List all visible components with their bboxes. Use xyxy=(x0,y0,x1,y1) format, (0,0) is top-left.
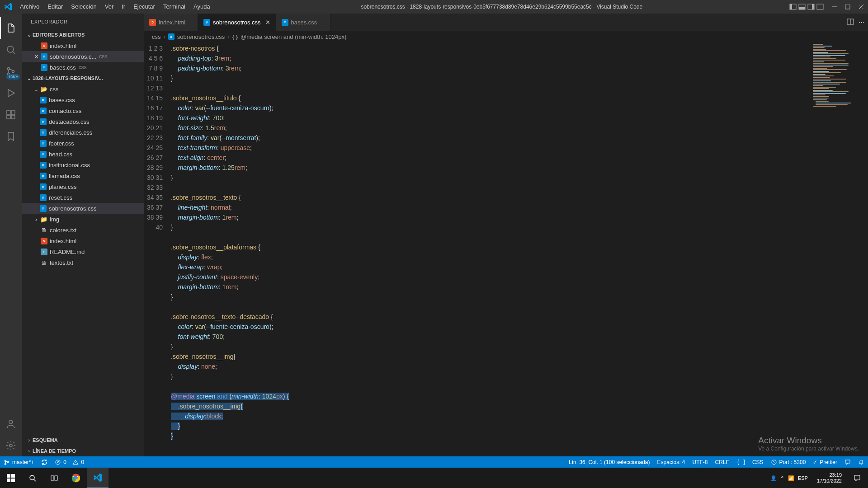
svg-point-26 xyxy=(5,463,6,465)
open-editor-item[interactable]: ✕#sobrenosotros.c...css xyxy=(22,51,144,62)
windows-taskbar: 👤 ^ 📶 ESP 23:19 17/10/2022 xyxy=(0,468,868,488)
vscode-taskbar-icon[interactable] xyxy=(87,468,108,488)
language-indicator[interactable]: ESP xyxy=(798,475,808,481)
file-item[interactable]: #institucional.css xyxy=(22,160,144,170)
close-icon[interactable]: ✕ xyxy=(265,19,270,26)
scm-badge: 10K+ xyxy=(6,74,20,80)
file-item[interactable]: 🗎textos.txt xyxy=(22,257,144,268)
tab-bases-css[interactable]: #bases.css xyxy=(276,14,330,31)
tray-chevron-icon[interactable]: ^ xyxy=(781,475,783,481)
run-debug-icon[interactable] xyxy=(0,82,22,104)
sb-encoding[interactable]: UTF-8 xyxy=(689,459,712,465)
system-tray[interactable]: 👤 ^ 📶 ESP xyxy=(766,475,812,481)
maximize-button[interactable] xyxy=(841,0,854,14)
taskbar-search-icon[interactable] xyxy=(22,468,43,488)
file-item[interactable]: #llamada.css xyxy=(22,170,144,181)
outline-section[interactable]: ›ESQUEMA xyxy=(22,435,144,446)
svg-point-38 xyxy=(30,475,34,480)
chrome-icon[interactable] xyxy=(65,468,87,488)
svg-rect-40 xyxy=(51,476,54,480)
svg-point-13 xyxy=(8,68,10,70)
open-editors-tree: 5index.html ✕#sobrenosotros.c...css #bas… xyxy=(22,40,144,73)
file-item[interactable]: #diferenciales.css xyxy=(22,127,144,138)
sb-branch[interactable]: master*+ xyxy=(0,459,38,465)
sb-spaces[interactable]: Espacios: 4 xyxy=(653,459,689,465)
search-icon[interactable] xyxy=(0,39,22,61)
menu-ir[interactable]: Ir xyxy=(118,0,129,14)
sb-cursor[interactable]: Lín. 36, Col. 1 (100 seleccionada) xyxy=(565,459,653,465)
svg-rect-19 xyxy=(7,115,10,119)
people-icon[interactable]: 👤 xyxy=(770,475,777,481)
sb-sync[interactable] xyxy=(38,459,51,465)
project-tree: ⌄📂css #bases.css #contacto.css #destacad… xyxy=(22,84,144,268)
close-button[interactable] xyxy=(854,0,868,14)
file-item[interactable]: #sobrenosotros.css xyxy=(22,203,144,214)
menu-archivo[interactable]: Archivo xyxy=(16,0,43,14)
svg-line-39 xyxy=(34,479,36,481)
open-editors-section[interactable]: ⌄EDITORES ABIERTOS xyxy=(22,29,144,40)
file-item[interactable]: #head.css xyxy=(22,149,144,160)
timeline-section[interactable]: ›LÍNEA DE TIEMPO xyxy=(22,446,144,456)
file-item[interactable]: #destacados.css xyxy=(22,116,144,127)
title-bar: Archivo Editar Selección Ver Ir Ejecutar… xyxy=(0,0,868,14)
svg-rect-8 xyxy=(845,5,850,9)
menu-ver[interactable]: Ver xyxy=(101,0,118,14)
folder-img[interactable]: ›📁img xyxy=(22,214,144,225)
windows-watermark: Activar Windows Ve a Configuración para … xyxy=(758,436,859,452)
minimize-button[interactable] xyxy=(827,0,841,14)
menu-terminal[interactable]: Terminal xyxy=(159,0,189,14)
svg-rect-20 xyxy=(11,115,15,119)
menu-editar[interactable]: Editar xyxy=(43,0,67,14)
extensions-icon[interactable] xyxy=(0,104,22,126)
svg-rect-1 xyxy=(790,4,792,9)
file-item[interactable]: 5index.html xyxy=(22,235,144,246)
file-item[interactable]: #reset.css xyxy=(22,192,144,203)
settings-gear-icon[interactable] xyxy=(0,435,22,456)
svg-line-33 xyxy=(773,461,775,464)
sb-problems[interactable]: 0 0 xyxy=(51,459,88,465)
source-control-icon[interactable]: 10K+ xyxy=(0,61,22,82)
sb-port[interactable]: Port : 5300 xyxy=(767,459,810,465)
file-item[interactable]: #footer.css xyxy=(22,138,144,149)
file-item[interactable]: #planes.css xyxy=(22,181,144,192)
svg-marker-16 xyxy=(8,89,14,97)
layout-controls[interactable] xyxy=(789,3,824,10)
file-item[interactable]: #contacto.css xyxy=(22,105,144,116)
svg-rect-17 xyxy=(7,111,10,114)
svg-point-22 xyxy=(9,444,12,447)
svg-point-11 xyxy=(7,46,14,52)
taskbar-clock[interactable]: 23:19 17/10/2022 xyxy=(812,472,846,484)
start-button[interactable] xyxy=(0,468,22,488)
sb-feedback[interactable] xyxy=(841,459,854,465)
code-editor[interactable]: 1 2 3 4 5 6 7 8 9 10 11 12 13 14 15 16 1… xyxy=(144,42,868,456)
more-actions-icon[interactable]: ⋯ xyxy=(859,19,864,26)
sb-eol[interactable]: CRLF xyxy=(712,459,733,465)
menu-ayuda[interactable]: Ayuda xyxy=(189,0,214,14)
sb-lang[interactable]: { } CSS xyxy=(733,459,767,465)
menu-ejecutar[interactable]: Ejecutar xyxy=(129,0,159,14)
file-item[interactable]: #bases.css xyxy=(22,94,144,105)
wifi-icon[interactable]: 📶 xyxy=(788,475,793,481)
tab-index-html[interactable]: 5index.html xyxy=(144,14,198,31)
task-view-icon[interactable] xyxy=(43,468,65,488)
bookmark-icon[interactable] xyxy=(0,126,22,147)
sidebar-more-icon[interactable]: ⋯ xyxy=(132,19,138,24)
sb-bell[interactable] xyxy=(854,459,868,465)
menu-seleccion[interactable]: Selección xyxy=(67,0,100,14)
file-item[interactable]: 🗎colores.txt xyxy=(22,225,144,235)
tab-sobrenosotros[interactable]: #sobrenosotros.css✕ xyxy=(198,14,276,31)
explorer-icon[interactable] xyxy=(0,17,22,39)
editor-tabs: 5index.html #sobrenosotros.css✕ #bases.c… xyxy=(144,14,868,31)
file-item[interactable]: iREADME.md xyxy=(22,246,144,257)
sb-prettier[interactable]: ✓ Prettier xyxy=(809,459,841,465)
activity-bar: 10K+ xyxy=(0,14,22,456)
breadcrumbs[interactable]: css› #sobrenosotros.css› { }@media scree… xyxy=(144,31,868,42)
folder-css[interactable]: ⌄📂css xyxy=(22,84,144,94)
account-icon[interactable] xyxy=(0,413,22,435)
project-section[interactable]: ⌄1828-LAYOUTS-RESPONSIV... xyxy=(22,73,144,84)
svg-rect-36 xyxy=(7,479,10,482)
open-editor-item[interactable]: 5index.html xyxy=(22,40,144,51)
open-editor-item[interactable]: #bases.csscss xyxy=(22,62,144,73)
notifications-icon[interactable] xyxy=(846,468,868,488)
split-editor-icon[interactable] xyxy=(847,18,854,27)
